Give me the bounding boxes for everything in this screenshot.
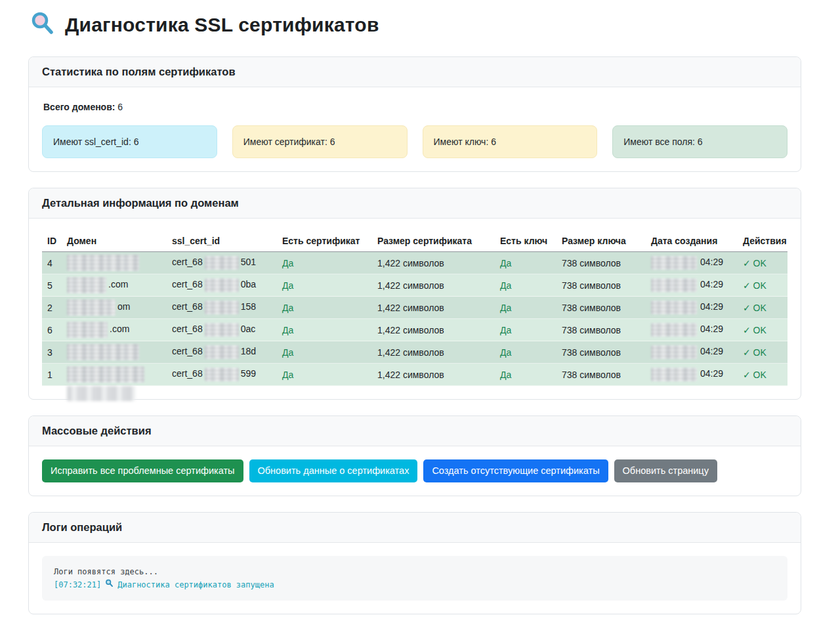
log-timestamp: [07:32:21] [54,578,101,591]
cell-has-certificate: Да [277,364,372,386]
cert-id-suffix: 501 [241,257,256,267]
cert-id-suffix: 158 [241,301,256,312]
details-card-header: Детальная информация по доменам [29,188,801,219]
details-card-body: IDДоменssl_cert_idЕсть сертификатРазмер … [29,219,801,399]
redacted-date [651,345,697,359]
stats-card-body: Всего доменов: 6 Имеют ssl_cert_id: 6 Им… [29,87,801,171]
column-header: ID [42,232,62,252]
cell-has-key: Да [495,341,556,364]
column-header: Есть ключ [495,232,556,252]
table-row: 2 om cert_68158 Да 1,422 символов Да 738… [42,297,788,319]
cell-key-size: 738 символов [556,341,646,364]
cell-certificate-size: 1,422 символов [372,341,495,364]
cell-has-certificate: Да [277,341,372,364]
cell-ssl-cert-id: cert_68501 [167,252,277,274]
cert-id-prefix: cert_68 [172,368,203,379]
cell-status: ✓ OK [738,319,788,341]
cell-certificate-size: 1,422 символов [372,274,495,297]
cell-id: 6 [42,319,62,341]
cell-created-date: 04:29 [646,364,738,386]
cell-domain [62,252,167,274]
create-missing-certificates-button[interactable]: Создать отсутствующие сертификаты [423,459,608,482]
cert-id-prefix: cert_68 [172,324,203,334]
redacted-date [651,256,697,270]
column-header: Действия [738,232,788,252]
cert-id-prefix: cert_68 [172,257,203,267]
cell-status: ✓ OK [738,341,788,364]
redacted-domain [67,255,139,271]
cell-key-size: 738 символов [556,319,646,341]
log-placeholder-line: Логи появятся здесь... [54,565,776,578]
cert-id-suffix: 0ba [241,279,256,289]
cell-has-key: Да [495,364,556,386]
refresh-certificate-data-button[interactable]: Обновить данные о сертификатах [249,459,418,482]
cell-key-size: 738 символов [556,274,646,297]
log-message: Диагностика сертификатов запущена [117,578,274,591]
cell-id: 2 [42,297,62,319]
domains-table-wrap: IDДоменssl_cert_idЕсть сертификатРазмер … [42,232,788,386]
stat-box-label: Имеют все поля: 6 [623,137,702,147]
cell-ssl-cert-id: cert_680ac [167,319,277,341]
cell-status: ✓ OK [738,252,788,274]
actions-card-header: Массовые действия [29,416,801,446]
log-entry-line: [07:32:21] Диагностика сертификатов запу… [54,578,776,591]
cell-status: ✓ OK [738,274,788,297]
column-header: Дата создания [646,232,738,252]
cell-has-certificate: Да [277,319,372,341]
cell-created-date: 04:29 [646,274,738,297]
cell-status: ✓ OK [738,364,788,386]
column-header: Есть сертификат [277,232,372,252]
redacted-cert-id [205,345,239,359]
cell-ssl-cert-id: cert_680ba [167,274,277,297]
logs-card: Логи операций Логи появятся здесь... [07… [28,512,801,614]
stat-box-all-fields: Имеют все поля: 6 [612,125,788,158]
cell-domain [62,364,167,386]
logs-card-header: Логи операций [29,513,801,543]
column-header: ssl_cert_id [167,232,277,252]
cell-ssl-cert-id: cert_68158 [167,297,277,319]
cert-id-prefix: cert_68 [172,301,203,312]
cell-created-date: 04:29 [646,319,738,341]
stat-box-label: Имеют ssl_cert_id: 6 [53,137,138,147]
redacted-domain [67,322,108,338]
cell-has-key: Да [495,252,556,274]
domains-table: IDДоменssl_cert_idЕсть сертификатРазмер … [42,232,788,386]
redacted-domain [67,277,106,293]
cell-id: 4 [42,252,62,274]
cell-created-date: 04:29 [646,297,738,319]
cell-domain: .com [62,319,167,341]
cell-certificate-size: 1,422 символов [372,252,495,274]
magnifier-icon [30,11,56,39]
stat-box-ssl-cert-id: Имеют ssl_cert_id: 6 [42,125,217,158]
created-time: 04:29 [700,346,723,356]
cell-has-key: Да [495,274,556,297]
details-card: Детальная информация по доменам IDДоменs… [28,188,801,400]
domains-table-header-row: IDДоменssl_cert_idЕсть сертификатРазмер … [42,232,788,252]
domain-visible-text: om [117,301,130,312]
total-domains-line: Всего доменов: 6 [43,102,788,112]
log-output: Логи появятся здесь... [07:32:21] Диагно… [42,556,788,601]
column-header: Размер ключа [556,232,646,252]
fix-all-certificates-button[interactable]: Исправить все проблемные сертификаты [42,459,243,482]
redacted-cert-id [205,278,239,292]
cell-has-certificate: Да [277,252,372,274]
stat-box-label: Имеют ключ: 6 [434,137,496,147]
stats-card-header: Статистика по полям сертификатов [29,57,801,87]
stats-card: Статистика по полям сертификатов Всего д… [28,56,801,172]
column-header: Домен [62,232,167,252]
cell-certificate-size: 1,422 символов [372,297,495,319]
cert-id-suffix: 0ac [241,324,256,334]
cert-id-prefix: cert_68 [172,279,203,289]
log-magnifier-icon [105,578,114,591]
redacted-date [651,323,697,337]
stat-box-label: Имеют сертификат: 6 [243,137,335,147]
total-domains-label: Всего доменов: [43,102,115,112]
redacted-cert-id [205,256,239,270]
cell-id: 1 [42,364,62,386]
cert-id-prefix: cert_68 [172,346,203,356]
cell-ssl-cert-id: cert_68599 [167,364,277,386]
created-time: 04:29 [700,324,723,334]
reload-page-button[interactable]: Обновить страницу [614,459,717,482]
cell-key-size: 738 символов [556,364,646,386]
created-time: 04:29 [700,279,723,289]
